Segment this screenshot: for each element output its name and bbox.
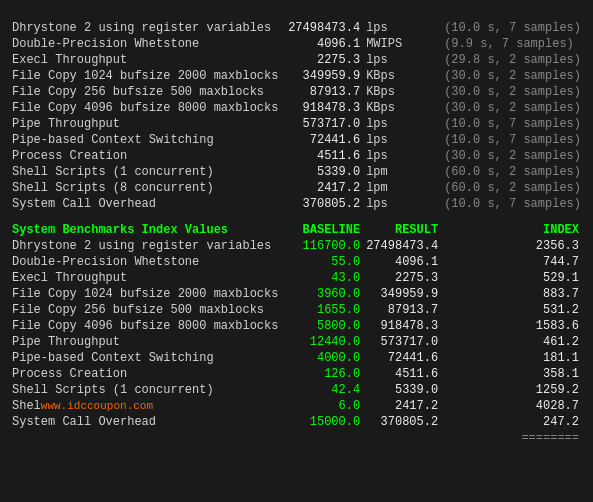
index-row-baseline: 4000.0 — [288, 350, 366, 366]
index-row-name: Shell Scripts (1 concurrent) — [12, 382, 288, 398]
benchmarks-table: Dhrystone 2 using register variables 274… — [12, 20, 581, 446]
bench-name: Shell Scripts (1 concurrent) — [12, 164, 288, 180]
index-row-index: 181.1 — [444, 350, 581, 366]
index-row: File Copy 1024 bufsize 2000 maxblocks 39… — [12, 286, 581, 302]
index-col-index: INDEX — [444, 222, 581, 238]
index-row: Pipe-based Context Switching 4000.0 7244… — [12, 350, 581, 366]
bench-info: (30.0 s, 2 samples) — [444, 68, 581, 84]
index-row-result: 349959.9 — [366, 286, 444, 302]
index-row-name: Pipe Throughput — [12, 334, 288, 350]
bench-info: (10.0 s, 7 samples) — [444, 132, 581, 148]
index-row-name: Dhrystone 2 using register variables — [12, 238, 288, 254]
index-row-index: 529.1 — [444, 270, 581, 286]
bench-value: 72441.6 — [288, 132, 366, 148]
benchmark-row: File Copy 1024 bufsize 2000 maxblocks 34… — [12, 68, 581, 84]
bench-info: (60.0 s, 2 samples) — [444, 180, 581, 196]
benchmark-row: Pipe-based Context Switching 72441.6 lps… — [12, 132, 581, 148]
index-row: Double-Precision Whetstone 55.0 4096.1 7… — [12, 254, 581, 270]
index-row-baseline: 6.0 — [288, 398, 366, 414]
watermark: www.idccoupon.com — [41, 400, 153, 412]
index-row-baseline: 15000.0 — [288, 414, 366, 430]
benchmark-row: System Call Overhead 370805.2 lps (10.0 … — [12, 196, 581, 212]
index-row-name: File Copy 256 bufsize 500 maxblocks — [12, 302, 288, 318]
index-col-baseline: BASELINE — [288, 222, 366, 238]
index-row-baseline: 55.0 — [288, 254, 366, 270]
index-row-result: 918478.3 — [366, 318, 444, 334]
bench-name: Shell Scripts (8 concurrent) — [12, 180, 288, 196]
benchmark-row: Double-Precision Whetstone 4096.1 MWIPS … — [12, 36, 581, 52]
bench-value: 5339.0 — [288, 164, 366, 180]
index-row: Shell Scripts (1 concurrent) 42.4 5339.0… — [12, 382, 581, 398]
benchmark-row: Shell Scripts (8 concurrent) 2417.2 lpm … — [12, 180, 581, 196]
index-row: Execl Throughput 43.0 2275.3 529.1 — [12, 270, 581, 286]
benchmark-row: File Copy 4096 bufsize 8000 maxblocks 91… — [12, 100, 581, 116]
index-row-baseline: 43.0 — [288, 270, 366, 286]
index-row-result: 4511.6 — [366, 366, 444, 382]
bench-value: 87913.7 — [288, 84, 366, 100]
index-row-baseline: 1655.0 — [288, 302, 366, 318]
bench-unit: KBps — [366, 100, 444, 116]
index-row: File Copy 256 bufsize 500 maxblocks 1655… — [12, 302, 581, 318]
bench-name: Execl Throughput — [12, 52, 288, 68]
benchmark-row: Dhrystone 2 using register variables 274… — [12, 20, 581, 36]
bench-info: (10.0 s, 7 samples) — [444, 20, 581, 36]
benchmark-row: File Copy 256 bufsize 500 maxblocks 8791… — [12, 84, 581, 100]
index-col-name: System Benchmarks Index Values — [12, 222, 288, 238]
bench-info: (30.0 s, 2 samples) — [444, 84, 581, 100]
index-row-name: File Copy 1024 bufsize 2000 maxblocks — [12, 286, 288, 302]
index-row-baseline: 12440.0 — [288, 334, 366, 350]
bench-value: 918478.3 — [288, 100, 366, 116]
index-header-row: System Benchmarks Index Values BASELINE … — [12, 222, 581, 238]
index-row-baseline: 42.4 — [288, 382, 366, 398]
bench-name: File Copy 1024 bufsize 2000 maxblocks — [12, 68, 288, 84]
bench-unit: lps — [366, 20, 444, 36]
index-row-name: Execl Throughput — [12, 270, 288, 286]
bench-value: 370805.2 — [288, 196, 366, 212]
bench-info: (30.0 s, 2 samples) — [444, 100, 581, 116]
bench-info: (60.0 s, 2 samples) — [444, 164, 581, 180]
bench-unit: lps — [366, 52, 444, 68]
benchmark-row: Process Creation 4511.6 lps (30.0 s, 2 s… — [12, 148, 581, 164]
bench-unit: lps — [366, 148, 444, 164]
bench-unit: lps — [366, 116, 444, 132]
bench-info: (10.0 s, 7 samples) — [444, 196, 581, 212]
index-row-baseline: 126.0 — [288, 366, 366, 382]
bench-name: File Copy 256 bufsize 500 maxblocks — [12, 84, 288, 100]
index-row-index: 358.1 — [444, 366, 581, 382]
benchmark-row: Execl Throughput 2275.3 lps (29.8 s, 2 s… — [12, 52, 581, 68]
index-row-name: System Call Overhead — [12, 414, 288, 430]
index-row-result: 2417.2 — [366, 398, 444, 414]
index-row-name: Double-Precision Whetstone — [12, 254, 288, 270]
index-row-index: 1259.2 — [444, 382, 581, 398]
index-row-name: File Copy 4096 bufsize 8000 maxblocks — [12, 318, 288, 334]
index-row-result: 370805.2 — [366, 414, 444, 430]
index-row: Process Creation 126.0 4511.6 358.1 — [12, 366, 581, 382]
benchmark-row: Shell Scripts (1 concurrent) 5339.0 lpm … — [12, 164, 581, 180]
bench-unit: lps — [366, 132, 444, 148]
bench-name: Process Creation — [12, 148, 288, 164]
index-row-index: 4028.7 — [444, 398, 581, 414]
bench-unit: lpm — [366, 180, 444, 196]
index-row-index: 883.7 — [444, 286, 581, 302]
index-row-baseline: 3960.0 — [288, 286, 366, 302]
index-col-result: RESULT — [366, 222, 444, 238]
bench-unit: KBps — [366, 84, 444, 100]
index-row: Shelwww.idccoupon.com 6.0 2417.2 4028.7 — [12, 398, 581, 414]
bench-value: 27498473.4 — [288, 20, 366, 36]
bench-info: (10.0 s, 7 samples) — [444, 116, 581, 132]
bench-name: Double-Precision Whetstone — [12, 36, 288, 52]
index-row: System Call Overhead 15000.0 370805.2 24… — [12, 414, 581, 430]
index-row-result: 4096.1 — [366, 254, 444, 270]
bench-name: Pipe-based Context Switching — [12, 132, 288, 148]
bench-info: (29.8 s, 2 samples) — [444, 52, 581, 68]
index-row-baseline: 5800.0 — [288, 318, 366, 334]
bench-value: 349959.9 — [288, 68, 366, 84]
index-row-result: 5339.0 — [366, 382, 444, 398]
index-row-result: 2275.3 — [366, 270, 444, 286]
benchmark-row: Pipe Throughput 573717.0 lps (10.0 s, 7 … — [12, 116, 581, 132]
index-row-index: 744.7 — [444, 254, 581, 270]
index-row-index: 461.2 — [444, 334, 581, 350]
index-row-result: 27498473.4 — [366, 238, 444, 254]
bench-value: 2275.3 — [288, 52, 366, 68]
separator-line: ======== — [12, 430, 581, 446]
